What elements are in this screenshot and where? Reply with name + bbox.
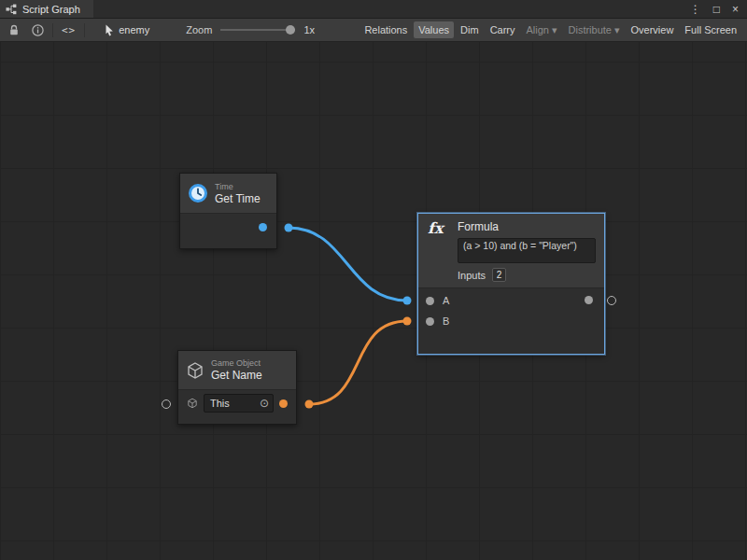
wire-endpoint [285, 224, 293, 232]
code-view-button[interactable]: <> [60, 21, 78, 38]
values-button[interactable]: Values [414, 21, 454, 38]
clock-icon [188, 183, 208, 203]
node-get-name-body: This ⊙ [178, 390, 296, 424]
target-object-field[interactable]: This ⊙ [204, 394, 274, 413]
carry-button[interactable]: Carry [486, 21, 520, 38]
close-button[interactable]: × [732, 4, 739, 15]
wire-endpoint [305, 400, 314, 409]
node-get-time-body [180, 214, 276, 248]
align-button: Align ▾ [522, 21, 562, 39]
wire-get-name-to-formula-b[interactable] [309, 321, 407, 404]
tab-script-graph[interactable]: Script Graph [0, 0, 93, 18]
target-object-value: This [210, 398, 230, 409]
wire-endpoint [403, 317, 412, 326]
lock-button[interactable] [6, 21, 22, 38]
toolbar: <> enemy Zoom 1x Relations Values Dim Ca… [0, 19, 747, 42]
script-graph-window: Script Graph ⋮ □ × <> [0, 0, 747, 560]
toolbar-separator [84, 23, 85, 37]
zoom-slider-handle[interactable] [286, 25, 295, 35]
formula-port-row-a: A [418, 290, 604, 311]
window-menu-button[interactable]: ⋮ [690, 4, 701, 15]
node-get-name-header: Game Object Get Name [178, 351, 296, 390]
dim-button[interactable]: Dim [456, 21, 484, 38]
distribute-button-label: Distribute [569, 24, 612, 35]
node-get-time[interactable]: Time Get Time [179, 173, 277, 249]
fullscreen-button[interactable]: Full Screen [680, 21, 741, 38]
dropdown-arrow-icon: ▾ [614, 24, 620, 36]
node-title: Get Name [211, 369, 262, 382]
inputs-label: Inputs [458, 270, 486, 281]
node-formula[interactable]: fx Formula (a > 10) and (b = "Player") I… [417, 213, 605, 355]
port-formula-output[interactable] [585, 296, 593, 304]
object-picker-icon[interactable]: ⊙ [260, 398, 269, 409]
zoom-label: Zoom [186, 24, 212, 35]
cube-icon [186, 361, 204, 380]
script-graph-icon [6, 4, 17, 15]
port-formula-b[interactable] [426, 317, 434, 326]
relations-button[interactable]: Relations [359, 21, 412, 38]
node-formula-header: fx Formula (a > 10) and (b = "Player") I… [418, 214, 604, 288]
tab-label: Script Graph [22, 4, 80, 15]
align-button-label: Align [527, 24, 549, 35]
port-get-name-output[interactable] [279, 399, 288, 408]
dropdown-arrow-icon: ▾ [552, 24, 557, 36]
port-formula-output-external[interactable] [607, 296, 616, 305]
node-title: Get Time [215, 192, 261, 205]
port-b-label: B [443, 315, 449, 327]
node-category: Game Object [211, 358, 262, 369]
toolbar-button-group: Relations Values Dim Carry Align ▾ Distr… [359, 21, 741, 39]
zoom-slider-track[interactable] [220, 29, 295, 31]
port-get-time-output[interactable] [259, 223, 267, 231]
node-get-name-titles: Game Object Get Name [211, 358, 262, 382]
wire-get-time-to-formula-a[interactable] [289, 228, 407, 301]
zoom-slider[interactable] [220, 24, 295, 35]
cube-icon-small [187, 398, 198, 409]
zoom-value: 1x [303, 24, 315, 35]
formula-fx-icon: fx [428, 220, 450, 281]
overview-button[interactable]: Overview [627, 21, 679, 38]
inputs-count-input[interactable]: 2 [492, 268, 506, 282]
toolbar-separator [52, 23, 53, 37]
port-a-label: A [443, 295, 449, 306]
titlebar: Script Graph ⋮ □ × [0, 0, 747, 19]
lock-icon [8, 24, 20, 36]
maximize-button[interactable]: □ [713, 4, 720, 15]
graph-object-breadcrumb[interactable]: enemy [105, 24, 149, 36]
info-button[interactable] [29, 21, 46, 38]
node-get-name[interactable]: Game Object Get Name This ⊙ [177, 350, 297, 425]
distribute-button: Distribute ▾ [564, 21, 625, 39]
formula-port-row-b: B [418, 311, 604, 331]
port-get-name-target-input-external[interactable] [162, 399, 171, 409]
node-category: Time [215, 182, 261, 192]
node-get-time-header: Time Get Time [180, 174, 276, 214]
node-title: Formula [458, 220, 596, 233]
wire-endpoint [403, 297, 412, 305]
info-icon [32, 24, 44, 36]
cursor-icon [105, 24, 114, 36]
port-formula-a[interactable] [426, 297, 434, 305]
node-formula-body: A B [418, 288, 604, 354]
node-get-time-titles: Time Get Time [215, 182, 261, 205]
window-controls: ⋮ □ × [690, 0, 747, 18]
formula-expression-input[interactable]: (a > 10) and (b = "Player") [458, 238, 596, 263]
wire-layer [0, 42, 747, 560]
graph-canvas[interactable]: Time Get Time fx Formula (a > 10) and (b… [0, 42, 747, 560]
graph-object-label: enemy [119, 24, 149, 35]
